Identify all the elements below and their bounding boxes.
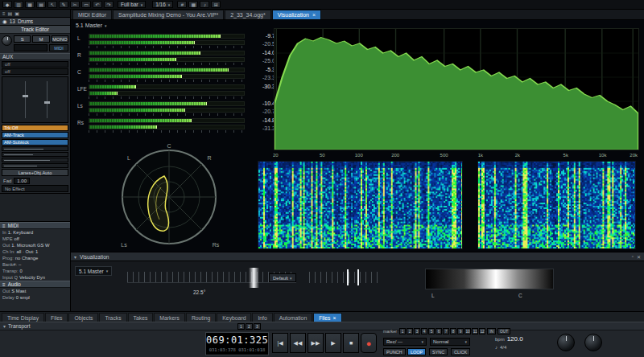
marker-button[interactable]: 5 — [428, 328, 435, 334]
midi-setting-row[interactable]: MPE off — [0, 236, 70, 242]
fx-slot[interactable]: AM-Track — [2, 132, 68, 138]
marker-button[interactable]: 7 — [443, 328, 449, 334]
forward-button[interactable]: ▶▶ — [308, 333, 324, 353]
mini-slider[interactable] — [2, 158, 68, 162]
track-volume-knob[interactable] — [2, 35, 12, 46]
preset-button[interactable]: 2 — [246, 323, 253, 330]
manager-tab[interactable]: Automation — [274, 313, 312, 322]
marker-button[interactable]: 6 — [436, 328, 442, 334]
fader-handle[interactable] — [44, 101, 50, 104]
sync-button[interactable]: SYNC — [429, 348, 448, 355]
midi-section-header[interactable]: ≡ MIDI — [0, 222, 70, 229]
close-icon[interactable]: × — [333, 315, 336, 321]
draw-tool-icon[interactable]: ✎ — [59, 1, 68, 8]
close-icon[interactable]: × — [312, 12, 316, 18]
redo-icon[interactable]: ↷ — [104, 1, 114, 8]
document-tab[interactable]: MIDI Editor — [72, 10, 112, 19]
full-bar-select[interactable]: Full bar — [118, 1, 146, 8]
preset-button[interactable]: 1 — [237, 323, 245, 330]
marker-in-button[interactable]: IN — [487, 328, 496, 334]
marker-button[interactable]: 3 — [414, 328, 420, 334]
midi-setting-row[interactable]: Input Q Velocity Dyn — [0, 274, 70, 281]
midi-setting-row[interactable]: In 1. Keyboard — [0, 229, 70, 236]
strip-header[interactable]: ▾ Visualization ▫ ✕ — [71, 252, 644, 261]
stop-button[interactable]: ■ — [343, 333, 359, 353]
strip-source-select[interactable]: 5.1 Master — [75, 266, 112, 276]
rewind-button[interactable]: ◀◀ — [290, 333, 306, 353]
app-icon[interactable]: ◆ — [2, 1, 12, 8]
document-tab[interactable]: Visualization × — [272, 10, 321, 19]
snap-icon[interactable]: # — [177, 1, 187, 8]
audio-section-header[interactable]: ≡ Audio — [0, 281, 70, 288]
headphone-volume-knob[interactable] — [584, 334, 602, 351]
solo-button[interactable]: S — [14, 35, 31, 43]
midi-setting-row[interactable]: Prog: no Change — [0, 255, 70, 261]
midi-toggle[interactable]: MIDI — [49, 44, 68, 51]
marker-button[interactable]: 10 — [464, 328, 471, 334]
fx-slot[interactable]: Trk Off — [2, 125, 68, 131]
track-list-icon[interactable]: ▤ — [8, 10, 13, 16]
fade-value[interactable]: 1.00 — [14, 178, 30, 184]
mini-slider[interactable] — [2, 146, 68, 151]
monitor-volume-knob[interactable] — [557, 334, 575, 351]
mixer-icon[interactable]: ▦ — [25, 1, 35, 8]
collapse-icon[interactable]: ▾ — [74, 254, 76, 260]
metronome-icon[interactable]: ♪ — [200, 1, 209, 8]
click-button[interactable]: CLICK — [451, 348, 470, 355]
marker-out-button[interactable]: OUT — [497, 328, 510, 334]
arrange-window-icon[interactable]: ▥ — [14, 1, 23, 8]
record-button[interactable]: ● — [361, 333, 377, 353]
aux-send-slot[interactable]: off — [2, 68, 68, 75]
go-to-start-button[interactable]: |◀ — [272, 333, 288, 353]
mini-slider[interactable] — [2, 163, 68, 168]
cursor-tool-icon[interactable]: ↖ — [47, 1, 57, 8]
pin-icon[interactable]: ▣ — [14, 10, 19, 16]
manager-tab[interactable]: Objects — [68, 313, 98, 322]
punch-button[interactable]: PUNCH — [383, 348, 406, 355]
manager-tab[interactable]: Takes — [128, 313, 154, 322]
aux-section-header[interactable]: AUX — [0, 53, 70, 60]
grid-icon[interactable]: ▦ — [188, 1, 198, 8]
grid-size-select[interactable]: 1/16 — [152, 1, 173, 8]
loop-button[interactable]: LOOP — [407, 348, 426, 355]
object-tool-icon[interactable]: ▭ — [81, 1, 91, 8]
undo-icon[interactable]: ↶ — [93, 1, 102, 8]
marker-button[interactable]: 1 — [399, 328, 406, 334]
pan-fader-box[interactable] — [2, 76, 68, 123]
play-mode-select[interactable]: Normal — [430, 338, 470, 346]
marker-button[interactable]: 11 — [472, 328, 478, 334]
marker-button[interactable]: 12 — [479, 328, 485, 334]
fader-handle[interactable] — [23, 95, 28, 97]
transport-header[interactable]: ▾ Transport — [0, 322, 644, 330]
fx-slot[interactable]: AM-Subkick — [2, 139, 68, 146]
docker-icon[interactable]: ▤ — [36, 1, 46, 8]
menu-icon[interactable]: ≡ — [2, 11, 6, 16]
bpm-value[interactable]: 120.0 — [507, 335, 523, 343]
marker-button[interactable]: 4 — [421, 328, 427, 334]
play-button[interactable]: ▶ — [325, 333, 341, 353]
audio-setting-row[interactable]: Out S Mast — [0, 288, 70, 294]
close-icon[interactable]: ✕ — [637, 254, 641, 260]
manager-tab[interactable]: Keyboard — [217, 313, 251, 322]
meter-source-select[interactable]: 5.1 Master — [76, 23, 107, 28]
cut-tool-icon[interactable]: ✂ — [70, 1, 80, 8]
track-header[interactable]: ◉ 13 Drums — [0, 18, 70, 26]
mute-button[interactable]: M — [32, 35, 49, 43]
collapse-icon[interactable]: ▾ — [3, 323, 6, 329]
marker-button[interactable]: 8 — [450, 328, 456, 334]
midi-setting-row[interactable]: Transp: 0 — [0, 268, 70, 274]
time-display[interactable]: 069:01:325 031:03:378 031:01:018 — [205, 332, 269, 355]
mono-button[interactable]: MONO — [52, 35, 68, 43]
time-signature[interactable]: 4/4 — [500, 345, 506, 350]
manager-tab[interactable]: Markers — [154, 313, 185, 322]
mini-slider[interactable] — [2, 152, 68, 157]
manager-tab[interactable]: Info — [252, 313, 272, 322]
document-tab[interactable]: 2_33_34.ogg* — [225, 10, 271, 19]
aux-send-slot[interactable]: off — [2, 61, 68, 68]
manager-tab[interactable]: Routing — [186, 313, 216, 322]
layout-icon[interactable]: ⊞ — [211, 1, 221, 8]
preset-button[interactable]: 3 — [254, 323, 261, 330]
lanes-obj-auto-button[interactable]: Lanes+Obj.Auto — [2, 169, 68, 176]
marker-button[interactable]: 9 — [457, 328, 464, 334]
midi-setting-row[interactable]: Out 1. Microsoft GS W — [0, 242, 70, 248]
